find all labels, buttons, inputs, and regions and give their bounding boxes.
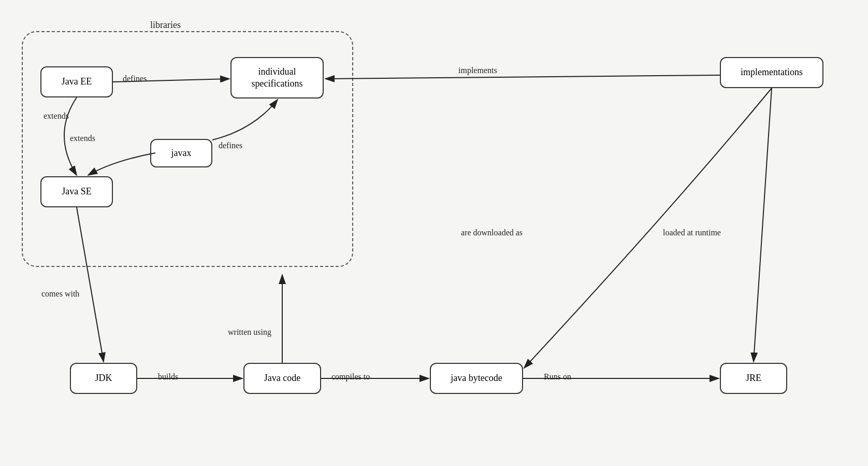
label-comes-with: comes with xyxy=(41,289,79,299)
node-java-ee: Java EE xyxy=(40,66,113,97)
label-compiles-to: compiles to xyxy=(331,372,370,382)
label-builds: builds xyxy=(158,372,178,382)
label-downloaded-as: are downloaded as xyxy=(461,228,523,237)
node-java-bytecode: java bytecode xyxy=(430,363,523,394)
node-java-code: Java code xyxy=(243,363,321,394)
svg-line-7 xyxy=(754,88,772,362)
label-implements1: implements xyxy=(458,66,497,75)
diagram: libraries Java EE individual specificati… xyxy=(0,0,868,466)
label-defines1: defines xyxy=(123,74,147,83)
node-java-se: Java SE xyxy=(40,176,113,207)
label-extends1: extends xyxy=(44,111,69,121)
label-extends2: extends xyxy=(70,134,95,143)
node-individual-specs: individual specifications xyxy=(230,57,324,98)
svg-line-1 xyxy=(325,75,720,79)
label-runs-on: Runs on xyxy=(544,372,571,382)
node-jdk: JDK xyxy=(70,363,137,394)
label-written-using: written using xyxy=(228,328,271,337)
node-implementations: implementations xyxy=(720,57,823,88)
libraries-label: libraries xyxy=(150,20,181,31)
node-javax: javax xyxy=(150,139,212,167)
label-loaded-at-runtime: loaded at runtime xyxy=(663,228,721,237)
label-defines2: defines xyxy=(219,141,242,150)
node-jre: JRE xyxy=(720,363,787,394)
